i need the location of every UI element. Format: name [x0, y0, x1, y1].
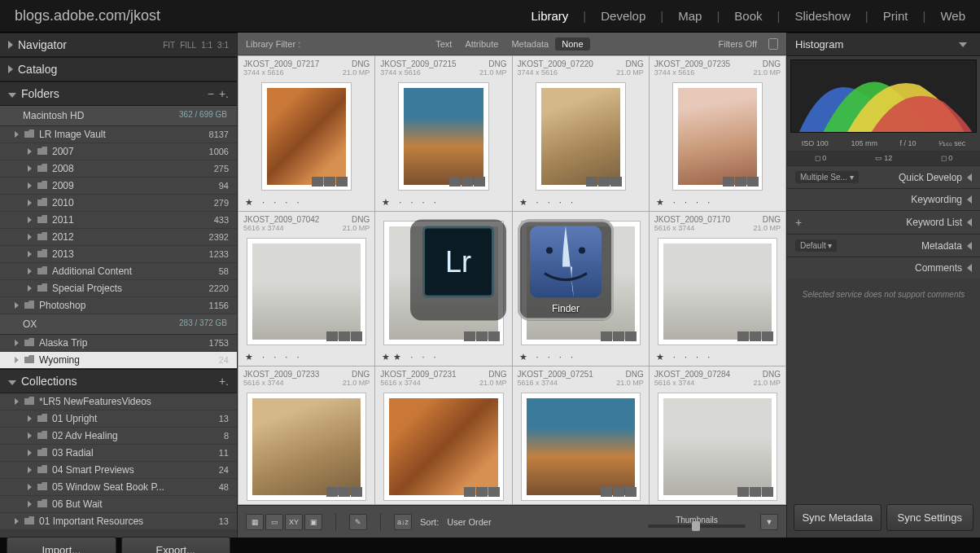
sort-direction-button[interactable]: a↓z: [394, 514, 412, 530]
filter-attribute[interactable]: Attribute: [458, 37, 505, 50]
folder-special-projects[interactable]: Special Projects2220: [0, 280, 237, 297]
minus-folder-button[interactable]: −: [208, 87, 214, 100]
add-collection-button[interactable]: +.: [219, 375, 229, 388]
folder-additional-content[interactable]: Additional Content58: [0, 263, 237, 280]
star-rating[interactable]: ★ · · · ·: [513, 349, 649, 366]
thumbnail[interactable]: [672, 82, 763, 191]
star-rating[interactable]: ★ · · · ·: [513, 194, 649, 211]
star-rating[interactable]: ★ · · · ·: [238, 349, 374, 366]
nav-zoom-FILL[interactable]: FILL: [180, 41, 196, 50]
grid-cell[interactable]: JKOST_2009_07233DNG5616 x 374421.0 MP: [238, 366, 374, 504]
grid-cell[interactable]: JKOST_2009_07235DNG3744 x 561621.0 MP★ ·…: [650, 56, 785, 211]
star-rating[interactable]: ★ · · · ·: [650, 349, 785, 366]
grid-cell[interactable]: JKOST_2009_07042DNG5616 x 374421.0 MP★ ·…: [238, 212, 374, 366]
folder-2008[interactable]: 2008275: [0, 160, 237, 178]
thumbnail[interactable]: [536, 82, 626, 191]
image-dimensions: 3744 x 5616: [654, 68, 695, 77]
survey-view-button[interactable]: ▣: [304, 514, 322, 530]
loupe-view-button[interactable]: ▭: [265, 514, 283, 530]
thumbnail[interactable]: [247, 393, 366, 501]
grid-cell[interactable]: JKOST_2009_07251DNG5616 x 374421.0 MP: [513, 366, 649, 504]
star-rating[interactable]: ★★ · · ·: [375, 349, 511, 366]
thumbnail[interactable]: [658, 238, 777, 346]
sort-value-dropdown[interactable]: User Order: [447, 517, 491, 527]
folder-2009[interactable]: 200994: [0, 178, 237, 195]
folder-03-radial[interactable]: 03 Radial11: [0, 445, 237, 462]
collections-header[interactable]: Collections +.: [0, 369, 237, 393]
catalog-header[interactable]: Catalog: [0, 57, 237, 81]
panel-metadata[interactable]: Default ▾Metadata: [787, 234, 980, 257]
thumbnail[interactable]: [521, 393, 641, 501]
grid-view-button[interactable]: ▦: [246, 514, 264, 530]
module-develop[interactable]: Develop: [601, 9, 645, 23]
filters-off-dropdown[interactable]: Filters Off: [719, 39, 757, 49]
grid-cell[interactable]: JKOST_2009_07284DNG5616 x 374421.0 MP: [650, 366, 785, 504]
folder-wyoming[interactable]: Wyoming24: [0, 352, 237, 369]
filter-none[interactable]: None: [555, 37, 589, 50]
folder-alaska-trip[interactable]: Alaska Trip1753: [0, 335, 237, 352]
folder-2013[interactable]: 20131233: [0, 246, 237, 263]
filter-metadata[interactable]: Metadata: [505, 37, 555, 50]
folder-05-window-seat-book-p-[interactable]: 05 Window Seat Book P...48: [0, 479, 237, 496]
add-folder-button[interactable]: +.: [219, 87, 229, 100]
folder-photoshop[interactable]: Photoshop1156: [0, 297, 237, 314]
folder-2012[interactable]: 20122392: [0, 229, 237, 246]
sync-settings-button[interactable]: Sync Settings: [886, 504, 974, 531]
panel-quick-develop[interactable]: Multiple Se... ▾Quick Develop: [787, 165, 980, 188]
nav-zoom-FIT[interactable]: FIT: [163, 41, 175, 50]
nav-zoom-3:1[interactable]: 3:1: [217, 41, 229, 50]
add-keyword-button[interactable]: +: [795, 216, 802, 229]
star-rating[interactable]: ★ · · · ·: [238, 194, 374, 211]
painter-tool-button[interactable]: ✎: [349, 514, 367, 530]
module-library[interactable]: Library: [531, 9, 568, 23]
module-map[interactable]: Map: [678, 9, 702, 23]
thumbnail[interactable]: [658, 393, 777, 501]
module-book[interactable]: Book: [734, 9, 762, 23]
export-button[interactable]: Export...: [121, 537, 231, 553]
thumbnail[interactable]: [247, 238, 366, 346]
folder-2011[interactable]: 2011433: [0, 212, 237, 229]
star-rating[interactable]: ★ · · · ·: [650, 194, 785, 211]
folder--lr5-newfeaturesvideos[interactable]: *LR5 NewFeaturesVideos: [0, 393, 237, 410]
panel-dropdown[interactable]: Default ▾: [795, 239, 837, 252]
drive-row[interactable]: OX 283 / 372 GB: [0, 314, 237, 335]
panel-comments[interactable]: Comments: [787, 257, 980, 279]
thumbnail[interactable]: [383, 393, 503, 501]
panel-keywording[interactable]: Keywording: [787, 188, 980, 210]
module-slideshow[interactable]: Slideshow: [794, 9, 850, 23]
lock-icon[interactable]: [768, 38, 778, 50]
panel-keyword-list[interactable]: +Keyword List: [787, 210, 980, 234]
folder-lr-image-vault[interactable]: LR Image Vault8137: [0, 126, 237, 143]
grid-cell[interactable]: JKOST_2009_07215DNG3744 x 561621.0 MP★ ·…: [375, 56, 511, 211]
module-web[interactable]: Web: [940, 9, 965, 23]
folder-02-adv-healing[interactable]: 02 Adv Healing8: [0, 428, 237, 445]
filter-text[interactable]: Text: [429, 37, 458, 50]
folder-01-important-resources[interactable]: 01 Important Resources13: [0, 513, 237, 530]
import-button[interactable]: Import...: [7, 537, 116, 553]
drive-row[interactable]: Macintosh HD 362 / 699 GB: [0, 106, 237, 126]
module-print[interactable]: Print: [883, 9, 908, 23]
app-tile-finder[interactable]: Finder: [518, 220, 614, 321]
folder-2007[interactable]: 20071006: [0, 143, 237, 160]
grid-cell[interactable]: JKOST_2009_07217DNG3744 x 561621.0 MP★ ·…: [238, 56, 374, 211]
toolbar-menu-button[interactable]: ▼: [760, 514, 778, 530]
app-tile-lightroom[interactable]: Lr: [410, 220, 506, 321]
folder-01-upright[interactable]: 01 Upright13: [0, 410, 237, 428]
grid-cell[interactable]: JKOST_2009_07220DNG3744 x 561621.0 MP★ ·…: [513, 56, 649, 211]
grid-cell[interactable]: JKOST_2009_07170DNG5616 x 374421.0 MP★ ·…: [650, 212, 785, 366]
folders-header[interactable]: Folders − +.: [0, 81, 237, 106]
thumbnail[interactable]: [398, 82, 488, 191]
folder-2010[interactable]: 2010279: [0, 195, 237, 212]
thumbnail[interactable]: [261, 82, 352, 191]
grid-cell[interactable]: JKOST_2009_07231DNG5616 x 374421.0 MP: [375, 366, 511, 504]
sync-metadata-button[interactable]: Sync Metadata: [794, 504, 882, 531]
nav-zoom-1:1[interactable]: 1:1: [201, 41, 212, 50]
panel-dropdown[interactable]: Multiple Se... ▾: [795, 171, 859, 183]
compare-view-button[interactable]: XY: [285, 514, 303, 530]
folder-06-but-wait[interactable]: 06 But Wait: [0, 496, 237, 513]
histogram-header[interactable]: Histogram: [787, 33, 980, 56]
star-rating[interactable]: ★ · · · ·: [375, 194, 511, 211]
navigator-header[interactable]: Navigator FITFILL1:13:1: [0, 33, 237, 57]
thumbnail-size-slider[interactable]: [648, 524, 746, 528]
folder-04-smart-previews[interactable]: 04 Smart Previews24: [0, 462, 237, 479]
